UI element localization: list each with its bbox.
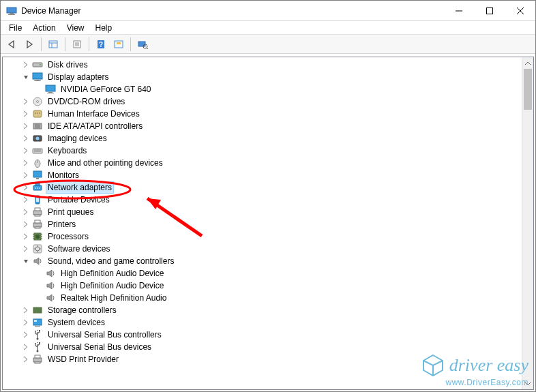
tree-expand-arrow-icon[interactable] [21,97,31,106]
tree-node-label[interactable]: NVIDIA GeForce GT 640 [59,83,153,95]
tree-node-label[interactable]: Print queues [46,206,95,218]
tree-expand-arrow-icon[interactable] [21,195,31,205]
toolbar-forward-button[interactable] [21,37,38,52]
scroll-up-button[interactable] [522,57,533,69]
tree-node-label[interactable]: Display adapters [46,71,110,83]
tree-node[interactable]: Processors [3,230,522,243]
tree-node[interactable]: NVIDIA GeForce GT 640 [3,83,522,95]
minimize-button[interactable] [443,1,474,20]
tree-node[interactable]: Portable Devices [3,194,522,206]
tree-node-label[interactable]: Universal Serial Bus devices [46,341,153,353]
tree-expand-arrow-icon[interactable] [21,232,31,241]
tree-node[interactable]: Universal Serial Bus devices [3,341,522,353]
device-tree[interactable]: Disk drivesDisplay adaptersNVIDIA GeForc… [3,57,522,389]
toolbar-help-button[interactable]: ? [93,37,109,52]
tree-expand-arrow-icon[interactable] [21,256,31,266]
tree-node-label[interactable]: IDE ATA/ATAPI controllers [46,120,145,132]
svg-point-79 [35,331,36,332]
tree-node[interactable]: WSD Print Provider [3,353,522,365]
tree-expand-arrow-icon[interactable] [21,146,31,155]
tree-node[interactable]: DVD/CD-ROM drives [3,95,522,108]
toolbar-scan-button[interactable] [134,37,151,52]
tree-node-label[interactable]: Sound, video and game controllers [46,255,176,267]
tree-expand-arrow-icon[interactable] [21,342,31,352]
tree-node-label[interactable]: Mice and other pointing devices [46,157,165,169]
tree-expand-arrow-icon[interactable] [21,220,31,229]
tree-expand-arrow-icon[interactable] [21,318,31,327]
tree-node[interactable]: Mice and other pointing devices [3,157,522,169]
tree-node-label[interactable]: Keyboards [46,145,89,157]
mouse-icon [32,157,43,168]
tree-node[interactable]: High Definition Audio Device [3,280,522,292]
tree-node[interactable]: IDE ATA/ATAPI controllers [3,120,522,132]
tree-expand-arrow-icon[interactable] [21,355,31,364]
tree-node-label[interactable]: High Definition Audio Device [59,267,166,280]
svg-rect-60 [35,227,40,228]
scroll-down-button[interactable] [522,378,533,389]
tree-node-label[interactable]: Printers [46,218,78,230]
tree-node-label[interactable]: WSD Print Provider [46,353,121,365]
tree-node[interactable]: Disk drives [3,59,522,71]
tree-node[interactable]: Realtek High Definition Audio [3,292,522,304]
tree-node-label[interactable]: DVD/CD-ROM drives [46,95,127,108]
tree-expand-arrow-icon[interactable] [21,134,31,143]
maximize-button[interactable] [474,1,505,20]
tree-node[interactable]: Universal Serial Bus controllers [3,329,522,341]
tree-node[interactable]: High Definition Audio Device [3,267,522,280]
tree-node-label[interactable]: Imaging devices [46,132,109,145]
tree-node-label[interactable]: Processors [46,230,91,243]
software-icon [32,243,43,254]
tree-node[interactable]: Sound, video and game controllers [3,255,522,267]
tree-node-label[interactable]: Portable Devices [46,194,112,206]
tree-expand-arrow-icon[interactable] [21,330,31,340]
menu-view[interactable]: View [61,21,90,34]
tree-node[interactable]: System devices [3,316,522,329]
menu-action[interactable]: Action [27,21,61,34]
toolbar-detail-button[interactable] [45,37,61,52]
close-button[interactable] [505,1,535,20]
tree-expand-arrow-icon[interactable] [21,305,31,315]
tree-node[interactable]: Software devices [3,243,522,255]
tree-expand-arrow-icon[interactable] [21,244,31,254]
tree-expand-arrow-icon[interactable] [21,121,31,131]
toolbar-separator [89,37,89,51]
svg-point-30 [37,101,39,103]
toolbar-back-button[interactable] [3,37,20,52]
tree-expand-arrow-icon[interactable] [21,60,31,70]
tree-node[interactable]: Print queues [3,206,522,218]
tree-expand-arrow-icon[interactable] [21,109,31,119]
tree-node-label[interactable]: Human Interface Devices [46,108,142,120]
tree-node-label[interactable]: High Definition Audio Device [59,280,166,292]
tree-node-label[interactable]: Software devices [46,243,112,255]
menu-help[interactable]: Help [90,21,118,34]
tree-node[interactable]: Storage controllers [3,304,522,316]
device-manager-window: Device Manager File Action View Help [0,0,536,392]
tree-node[interactable]: Keyboards [3,145,522,157]
tree-node-label[interactable]: Realtek High Definition Audio [59,292,168,304]
menu-file[interactable]: File [3,21,27,34]
tree-node-label[interactable]: Storage controllers [46,304,119,316]
toolbar-properties-button[interactable] [69,37,85,52]
tree-node[interactable]: Monitors [3,169,522,181]
tree-expand-arrow-icon[interactable] [21,207,31,217]
app-icon [6,5,17,16]
tree-node-label[interactable]: Monitors [46,169,81,181]
tree-node-label[interactable]: Universal Serial Bus controllers [46,329,164,341]
display-icon [45,84,56,95]
vertical-scrollbar[interactable] [522,57,533,389]
scroll-thumb[interactable] [524,69,532,110]
tree-expand-arrow-icon[interactable] [21,158,31,168]
toolbar-update-button[interactable] [110,37,127,52]
tree-expand-arrow-icon[interactable] [21,72,31,82]
tree-node-label[interactable]: Network adapters [46,181,114,194]
tree-expand-arrow-icon[interactable] [21,170,31,180]
tree-node-label[interactable]: System devices [46,316,107,329]
window-buttons [443,1,535,20]
tree-expand-arrow-icon[interactable] [21,183,31,192]
tree-node[interactable]: Printers [3,218,522,230]
tree-node-label[interactable]: Disk drives [46,59,90,71]
tree-node[interactable]: Imaging devices [3,132,522,145]
tree-node[interactable]: Human Interface Devices [3,108,522,120]
tree-node[interactable]: Network adapters [3,181,522,194]
tree-node[interactable]: Display adapters [3,71,522,83]
